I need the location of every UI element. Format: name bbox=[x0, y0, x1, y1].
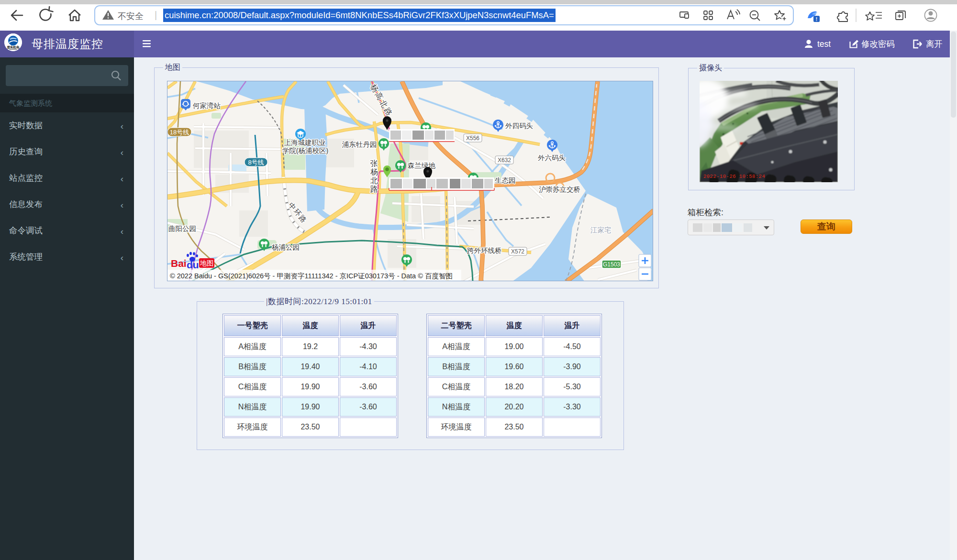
svg-text:张: 张 bbox=[370, 159, 378, 167]
svg-text:沪崇苏立交桥: 沪崇苏立交桥 bbox=[539, 186, 580, 193]
svg-text:2022-10-26 10:58:24: 2022-10-26 10:58:24 bbox=[703, 174, 765, 179]
svg-text:杨浦公园: 杨浦公园 bbox=[271, 243, 300, 251]
svg-text:路: 路 bbox=[370, 185, 378, 193]
svg-text:G1503: G1503 bbox=[603, 261, 620, 268]
svg-text:外六码头: 外六码头 bbox=[538, 154, 566, 162]
svg-text:X572: X572 bbox=[511, 248, 524, 255]
svg-text:X556: X556 bbox=[466, 135, 479, 142]
svg-text:杨: 杨 bbox=[370, 168, 378, 176]
svg-text:森兰绿地: 森兰绿地 bbox=[408, 162, 436, 169]
svg-text:生态园: 生态园 bbox=[495, 176, 516, 184]
svg-text:浦东牡丹园: 浦东牡丹园 bbox=[342, 141, 377, 148]
svg-text:曲阳公园: 曲阳公园 bbox=[168, 225, 196, 232]
svg-text:© 2022 Baidu - GS(2021)6026号 -: © 2022 Baidu - GS(2021)6026号 - 甲测资字11111… bbox=[170, 272, 453, 280]
svg-text:何家湾站: 何家湾站 bbox=[192, 102, 221, 110]
svg-text:学院(杨浦校区): 学院(杨浦校区) bbox=[282, 147, 329, 154]
svg-text:北: 北 bbox=[370, 176, 378, 185]
svg-text:外四码头: 外四码头 bbox=[505, 122, 533, 130]
svg-text:江家宅: 江家宅 bbox=[590, 226, 612, 234]
svg-text:地图: 地图 bbox=[200, 259, 213, 267]
svg-text:18号线: 18号线 bbox=[170, 129, 189, 136]
svg-text:上海城建职业: 上海城建职业 bbox=[284, 139, 326, 146]
svg-text:Bai: Bai bbox=[171, 258, 187, 269]
svg-text:X632: X632 bbox=[498, 157, 511, 164]
svg-text:!: ! bbox=[816, 17, 817, 22]
svg-text:8号线: 8号线 bbox=[248, 159, 264, 166]
svg-text:跨外环线桥: 跨外环线桥 bbox=[467, 247, 502, 254]
